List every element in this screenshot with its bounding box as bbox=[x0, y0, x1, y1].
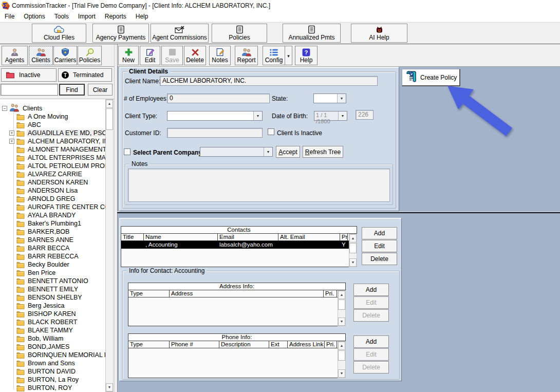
cloud-files-button[interactable]: Cloud Files bbox=[32, 24, 86, 43]
menu-reports[interactable]: Reports bbox=[100, 11, 131, 22]
clear-button[interactable]: Clear bbox=[88, 84, 113, 96]
client-type-dropdown[interactable]: ▼ bbox=[167, 111, 263, 121]
tree-item-burton-david[interactable]: BURTON DAVID bbox=[9, 367, 77, 376]
tree-item-black-robert[interactable]: BLACK ROBERT bbox=[9, 318, 78, 326]
tree-item-alchem-laboratory-in[interactable]: +ALCHEM LABORATORY, IN bbox=[9, 137, 109, 145]
tree-item-burton-la-roy[interactable]: BURTON, La Roy bbox=[9, 376, 80, 384]
client-search-input[interactable] bbox=[1, 84, 58, 96]
address-delete-button[interactable]: Delete bbox=[353, 309, 389, 322]
scroll-down-icon[interactable]: ▼ bbox=[106, 383, 113, 391]
scroll-up-icon[interactable]: ▲ bbox=[338, 291, 345, 299]
menu-help[interactable]: Help bbox=[131, 11, 153, 22]
action-edit-button[interactable]: Edit bbox=[140, 46, 160, 65]
action-delete-button[interactable]: Delete bbox=[184, 46, 206, 65]
inactive-filter-button[interactable]: Inactive bbox=[1, 68, 57, 82]
address-edit-button[interactable]: Edit bbox=[353, 296, 389, 309]
employees-field[interactable]: 0 bbox=[167, 94, 270, 103]
tree-item-ben-price[interactable]: Ben Price bbox=[9, 269, 57, 277]
tree-root-clients[interactable]: −Clients bbox=[2, 104, 43, 113]
scroll-thumb[interactable] bbox=[338, 300, 345, 310]
tree-item-anderson-lisa[interactable]: ANDERSON Lisa bbox=[9, 186, 79, 195]
tree-item-alvarez-carrie[interactable]: ALVAREZ CARRIE bbox=[9, 170, 83, 178]
tree-item-blake-tammy[interactable]: BLAKE TAMMY bbox=[9, 326, 74, 334]
expand-expander-icon[interactable]: + bbox=[9, 139, 14, 144]
nav-carriers-button[interactable]: Carriers bbox=[53, 46, 77, 65]
scroll-down-icon[interactable]: ▼ bbox=[349, 258, 357, 267]
tree-item-bennett-antonio[interactable]: BENNETT ANTONIO bbox=[9, 277, 89, 285]
address-add-button[interactable]: Add bbox=[353, 284, 389, 296]
expand-expander-icon[interactable]: + bbox=[9, 130, 14, 136]
notes-textarea[interactable] bbox=[128, 169, 390, 202]
scroll-thumb[interactable] bbox=[338, 350, 345, 361]
tree-item-bishop-karen[interactable]: BISHOP KAREN bbox=[9, 310, 77, 318]
client-tree-scrollbar[interactable]: ▲▼ bbox=[105, 99, 114, 392]
panel-splitter[interactable] bbox=[114, 44, 118, 392]
tree-item-almonet-management[interactable]: ALMONET MANAGEMENT ( bbox=[9, 145, 111, 154]
contacts-edit-button[interactable]: Edit bbox=[362, 240, 397, 252]
tree-item-becky-boulder[interactable]: Becky Boulder bbox=[9, 260, 70, 269]
tree-item-abc[interactable]: ABC bbox=[9, 121, 42, 129]
tree-item-barr-rebecca[interactable]: BARR REBECCA bbox=[9, 252, 80, 260]
tree-item-arnold-greg[interactable]: ARNOLD GREG bbox=[9, 195, 76, 203]
menu-import[interactable]: Import bbox=[73, 11, 100, 22]
scroll-thumb[interactable] bbox=[349, 243, 357, 253]
scroll-up-icon[interactable]: ▲ bbox=[338, 342, 345, 350]
policies-button[interactable]: Policies bbox=[212, 24, 267, 43]
contacts-delete-button[interactable]: Delete bbox=[362, 253, 397, 265]
tree-item-ayala-brandy[interactable]: AYALA BRANDY bbox=[9, 211, 77, 219]
parent-company-checkbox[interactable] bbox=[124, 148, 130, 155]
tree-item-benson-shelby[interactable]: BENSON SHELBY bbox=[9, 293, 83, 302]
parent-company-dropdown[interactable]: ▼ bbox=[200, 147, 273, 157]
tree-item-bond-james[interactable]: BOND,JAMES bbox=[9, 343, 70, 351]
tree-item-barnes-anne[interactable]: BARNES ANNE bbox=[9, 236, 74, 244]
tree-item-altol-petroleum-prodi[interactable]: ALTOL PETROLEUM PRODI bbox=[9, 162, 112, 170]
menu-tools[interactable]: Tools bbox=[50, 11, 73, 22]
menu-file[interactable]: File bbox=[0, 11, 19, 22]
scroll-down-icon[interactable]: ▼ bbox=[338, 318, 345, 326]
refresh-tree-button[interactable]: Refresh Tree bbox=[303, 146, 343, 158]
scroll-up-icon[interactable]: ▲ bbox=[349, 234, 357, 242]
action-report-button[interactable]: Report bbox=[235, 46, 258, 65]
scroll-up-icon[interactable]: ▲ bbox=[106, 100, 113, 108]
agent-commissions-button[interactable]: Agent Commissions bbox=[151, 24, 209, 43]
accept-button[interactable]: Accept bbox=[276, 146, 300, 158]
client-name-field[interactable]: ALCHEM LABORATORY, INC. bbox=[160, 76, 378, 86]
phone-add-button[interactable]: Add bbox=[353, 335, 389, 348]
action-new-button[interactable]: New bbox=[118, 46, 139, 65]
contacts-add-button[interactable]: Add bbox=[362, 227, 397, 239]
tree-item-barr-becca[interactable]: BARR BECCA bbox=[9, 244, 70, 252]
phone-edit-button[interactable]: Edit bbox=[353, 348, 389, 361]
menu-options[interactable]: Options bbox=[19, 11, 49, 22]
tree-item-altol-enterprises-man[interactable]: ALTOL ENTERPRISES MAN bbox=[9, 154, 111, 162]
tree-item-baker-s-plumbing1[interactable]: Baker's Plumbing1 bbox=[9, 219, 82, 228]
collapse-expander-icon[interactable]: − bbox=[2, 106, 7, 111]
tree-item-bennett-emily[interactable]: BENNETT EMILY bbox=[9, 285, 79, 293]
client-inactive-checkbox[interactable] bbox=[268, 128, 274, 135]
nav-policies-button[interactable]: Policies bbox=[78, 46, 102, 65]
ai-help-button[interactable]: AI Help bbox=[351, 24, 407, 43]
tree-item-anderson-karen[interactable]: ANDERSON KAREN bbox=[9, 178, 89, 186]
agency-payments-button[interactable]: Agency Payments bbox=[92, 24, 149, 43]
tree-item-barker-bob[interactable]: BARKER,BOB bbox=[9, 228, 70, 236]
tree-item-burton-roy[interactable]: BURTON, ROY bbox=[9, 384, 73, 392]
terminated-filter-button[interactable]: T Terminated bbox=[58, 68, 112, 82]
tree-item-berg-jessica[interactable]: Berg Jessica bbox=[9, 302, 66, 310]
annualized-pmts-button[interactable]: Annualized Pmts bbox=[283, 24, 341, 43]
action-help-button[interactable]: ?Help bbox=[295, 46, 318, 65]
tree-item-bob-william[interactable]: Bob, William bbox=[9, 334, 64, 343]
nav-agents-button[interactable]: Agents bbox=[2, 46, 28, 65]
tree-item-borinquen-memorial-pa[interactable]: BORINQUEN MEMORIAL PA bbox=[9, 351, 114, 359]
phone-table-scrollbar[interactable]: ▲▼ bbox=[338, 341, 346, 378]
config-dropdown-arrow[interactable]: ▼ bbox=[285, 46, 292, 65]
scroll-down-icon[interactable]: ▼ bbox=[338, 369, 345, 378]
tree-item-aguadilla-eye-md-psc[interactable]: +AGUADILLA EYE MD, PSC. bbox=[9, 129, 109, 137]
state-dropdown[interactable]: ▼ bbox=[313, 94, 346, 103]
address-table-scrollbar[interactable]: ▲▼ bbox=[338, 290, 346, 326]
find-button[interactable]: Find bbox=[59, 84, 85, 96]
action-save-button[interactable]: Save bbox=[161, 46, 183, 65]
nav-clients-button[interactable]: Clients bbox=[29, 46, 53, 65]
dob-dropdown[interactable]: 1 / 1 /1800▼ bbox=[314, 111, 347, 121]
action-config-button[interactable]: Config bbox=[263, 46, 285, 65]
customer-id-field[interactable] bbox=[167, 128, 263, 138]
tree-item-aurofa-tire-center-coi[interactable]: AUROFA TIRE CENTER COI bbox=[9, 203, 113, 211]
